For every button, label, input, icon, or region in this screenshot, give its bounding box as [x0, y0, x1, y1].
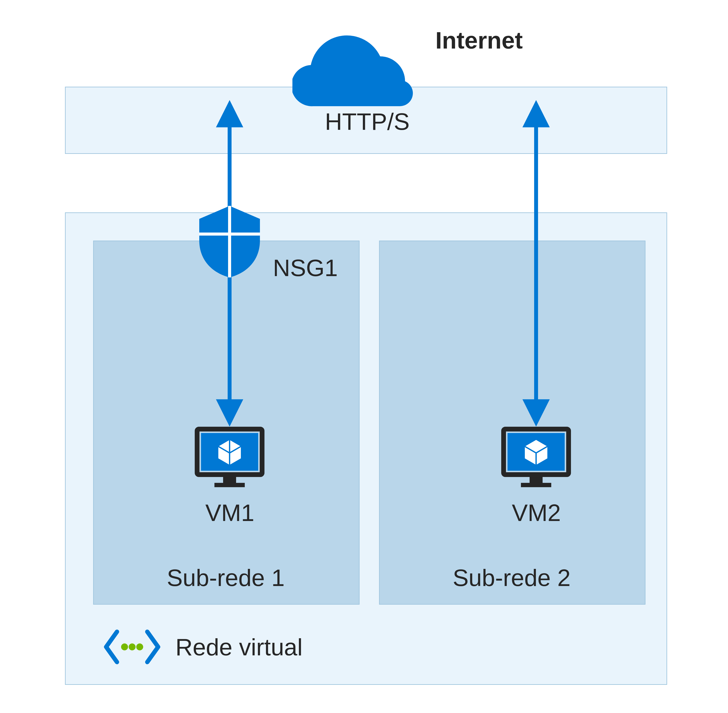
subnet1-label: Sub-rede 1 — [167, 564, 284, 592]
subnet1-box — [93, 240, 360, 605]
svg-point-18 — [121, 643, 128, 650]
https-label: HTTP/S — [325, 107, 409, 136]
vnet-icon — [102, 627, 162, 667]
svg-rect-7 — [214, 483, 245, 487]
vm2-icon — [499, 425, 573, 490]
vm1-icon — [193, 425, 266, 490]
svg-rect-6 — [223, 477, 236, 483]
vm1-label: VM1 — [205, 498, 254, 527]
nsg1-label: NSG1 — [273, 254, 338, 282]
vnet-label: Rede virtual — [176, 633, 302, 661]
svg-point-19 — [129, 643, 135, 650]
svg-point-20 — [136, 643, 143, 650]
shield-icon — [195, 201, 264, 280]
svg-rect-14 — [530, 477, 543, 483]
vm2-label: VM2 — [512, 498, 561, 527]
cloud-icon — [292, 25, 444, 116]
svg-rect-15 — [521, 483, 551, 487]
subnet2-label: Sub-rede 2 — [453, 564, 570, 592]
subnet2-box — [379, 240, 646, 605]
internet-label: Internet — [435, 26, 523, 55]
